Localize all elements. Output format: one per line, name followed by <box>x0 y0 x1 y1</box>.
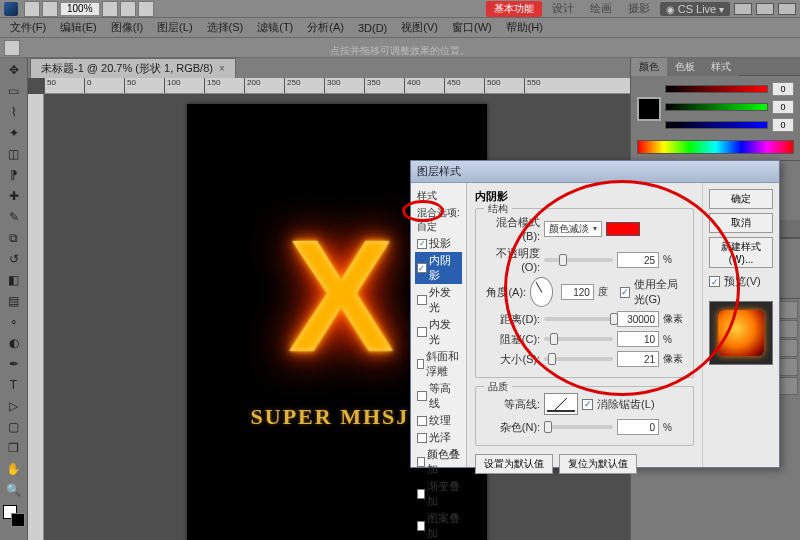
noise-input[interactable]: 0 <box>617 419 659 435</box>
menu-window[interactable]: 窗口(W) <box>446 18 498 37</box>
blur-tool[interactable]: ∘ <box>3 312 25 332</box>
menu-3d[interactable]: 3D(D) <box>352 20 393 36</box>
style-item-dropshadow[interactable]: ✓投影 <box>415 235 462 252</box>
preview-checkbox[interactable]: ✓ <box>709 276 720 287</box>
dodge-tool[interactable]: ◐ <box>3 333 25 353</box>
opacity-slider[interactable] <box>544 258 613 262</box>
style-checkbox[interactable] <box>417 416 427 426</box>
size-slider[interactable] <box>544 357 613 361</box>
choke-slider[interactable] <box>544 337 613 341</box>
minibridge-icon[interactable] <box>42 1 58 17</box>
color-swatch[interactable] <box>3 505 25 527</box>
document-tab[interactable]: 未标题-1 @ 20.7% (形状 1, RGB/8) × <box>30 58 236 78</box>
tab-swatches[interactable]: 色板 <box>667 58 703 76</box>
zoom-select[interactable]: 100% <box>60 2 100 16</box>
style-item-patternoverlay[interactable]: 图案叠加 <box>415 510 462 540</box>
distance-slider[interactable] <box>544 317 613 321</box>
style-checkbox[interactable] <box>417 521 425 531</box>
style-item-contour[interactable]: 等高线 <box>415 380 462 412</box>
hand-tool[interactable]: ✋ <box>3 459 25 479</box>
reset-default-button[interactable]: 复位为默认值 <box>559 454 637 474</box>
style-item-coloroverlay[interactable]: 颜色叠加 <box>415 446 462 478</box>
b-value[interactable]: 0 <box>772 118 794 132</box>
style-checkbox[interactable] <box>417 457 425 467</box>
shadow-color-chip[interactable] <box>606 222 640 236</box>
b-slider[interactable] <box>665 121 768 129</box>
style-item-bevel[interactable]: 斜面和浮雕 <box>415 348 462 380</box>
min-icon[interactable] <box>734 3 752 15</box>
style-checkbox[interactable]: ✓ <box>417 263 427 273</box>
menu-filter[interactable]: 滤镜(T) <box>251 18 299 37</box>
blend-mode-select[interactable]: 颜色减淡 <box>544 221 602 237</box>
menu-select[interactable]: 选择(S) <box>201 18 250 37</box>
style-checkbox[interactable] <box>417 489 425 499</box>
crop-tool[interactable]: ◫ <box>3 144 25 164</box>
menu-analysis[interactable]: 分析(A) <box>301 18 350 37</box>
antialias-checkbox[interactable]: ✓ <box>582 399 593 410</box>
restore-icon[interactable] <box>756 3 774 15</box>
cslive-button[interactable]: ◉ CS Live ▾ <box>660 2 730 16</box>
stamp-tool[interactable]: ⧉ <box>3 228 25 248</box>
choke-input[interactable]: 10 <box>617 331 659 347</box>
3d-tool[interactable]: ❒ <box>3 438 25 458</box>
marquee-tool[interactable]: ▭ <box>3 81 25 101</box>
close-icon[interactable] <box>778 3 796 15</box>
r-value[interactable]: 0 <box>772 82 794 96</box>
heal-tool[interactable]: ✚ <box>3 186 25 206</box>
screen-mode-icon[interactable] <box>138 1 154 17</box>
hue-strip[interactable] <box>637 140 794 154</box>
dialog-titlebar[interactable]: 图层样式 <box>411 161 779 183</box>
g-slider[interactable] <box>665 103 768 111</box>
set-default-button[interactable]: 设置为默认值 <box>475 454 553 474</box>
menu-edit[interactable]: 编辑(E) <box>54 18 103 37</box>
workspace-paint[interactable]: 绘画 <box>584 0 618 17</box>
ok-button[interactable]: 确定 <box>709 189 773 209</box>
move-tool[interactable]: ✥ <box>3 60 25 80</box>
style-item-texture[interactable]: 纹理 <box>415 412 462 429</box>
history-brush-tool[interactable]: ↺ <box>3 249 25 269</box>
pen-tool[interactable]: ✒ <box>3 354 25 374</box>
style-checkbox[interactable] <box>417 391 427 401</box>
menu-help[interactable]: 帮助(H) <box>500 18 549 37</box>
g-value[interactable]: 0 <box>772 100 794 114</box>
blending-options[interactable]: 混合选项:自定 <box>415 205 462 235</box>
style-item-innershadow[interactable]: ✓内阴影 <box>415 252 462 284</box>
lasso-tool[interactable]: ⌇ <box>3 102 25 122</box>
style-item-gradientoverlay[interactable]: 渐变叠加 <box>415 478 462 510</box>
path-select-tool[interactable]: ▷ <box>3 396 25 416</box>
tab-color[interactable]: 颜色 <box>631 58 667 76</box>
opacity-input[interactable]: 25 <box>617 252 659 268</box>
global-light-checkbox[interactable]: ✓ <box>620 287 630 298</box>
angle-dial[interactable] <box>530 277 553 307</box>
workspace-chip[interactable]: 基本功能 <box>486 1 542 17</box>
menu-image[interactable]: 图像(I) <box>105 18 149 37</box>
style-checkbox[interactable] <box>417 327 427 337</box>
foreground-swatch[interactable] <box>637 97 661 121</box>
bridge-icon[interactable] <box>24 1 40 17</box>
eyedropper-tool[interactable]: ⁋ <box>3 165 25 185</box>
size-input[interactable]: 21 <box>617 351 659 367</box>
r-slider[interactable] <box>665 85 768 93</box>
style-checkbox[interactable] <box>417 433 427 443</box>
style-checkbox[interactable] <box>417 295 427 305</box>
tab-styles[interactable]: 样式 <box>703 58 739 76</box>
contour-picker[interactable] <box>544 393 578 415</box>
workspace-design[interactable]: 设计 <box>546 0 580 17</box>
menu-layer[interactable]: 图层(L) <box>151 18 198 37</box>
zoom-tool[interactable]: 🔍 <box>3 480 25 500</box>
style-item-satin[interactable]: 光泽 <box>415 429 462 446</box>
distance-input[interactable]: 30000 <box>617 311 659 327</box>
new-style-button[interactable]: 新建样式(W)... <box>709 237 773 268</box>
angle-input[interactable]: 120 <box>561 284 594 300</box>
noise-slider[interactable] <box>544 425 613 429</box>
style-checkbox[interactable] <box>417 359 424 369</box>
shape-tool[interactable]: ▢ <box>3 417 25 437</box>
eraser-tool[interactable]: ◧ <box>3 270 25 290</box>
style-checkbox[interactable]: ✓ <box>417 239 427 249</box>
menu-file[interactable]: 文件(F) <box>4 18 52 37</box>
wand-tool[interactable]: ✦ <box>3 123 25 143</box>
style-item-outerglow[interactable]: 外发光 <box>415 284 462 316</box>
workspace-photo[interactable]: 摄影 <box>622 0 656 17</box>
arrange-icon[interactable] <box>120 1 136 17</box>
type-tool[interactable]: T <box>3 375 25 395</box>
